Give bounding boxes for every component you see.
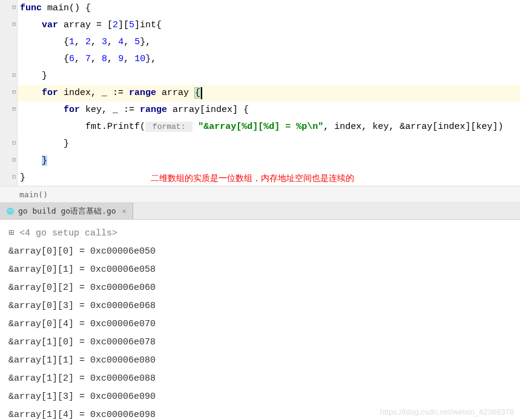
- code-line: func main() {: [18, 0, 520, 17]
- svg-point-3: [9, 210, 10, 211]
- close-icon[interactable]: ×: [122, 207, 127, 215]
- fold-icon[interactable]: ⊟: [11, 4, 17, 10]
- svg-point-4: [12, 210, 12, 211]
- console-line: &array[0][0] = 0xc00006e050: [8, 243, 520, 261]
- console-line: ⊞ <4 go setup calls>: [8, 225, 520, 243]
- fold-icon[interactable]: ⊡: [11, 72, 17, 78]
- code-line: }: [18, 153, 520, 169]
- code-editor[interactable]: ⊟ ⊟ ⊡ ⊟ ⊟ ⊡ ⊡ ⊡ func main() { var array …: [0, 0, 520, 186]
- fold-icon[interactable]: ⊟: [11, 89, 17, 95]
- code-line: }: [18, 68, 520, 85]
- run-tab-label: go build go语言基础.go: [18, 206, 116, 217]
- text-cursor: [201, 87, 202, 99]
- fold-icon[interactable]: ⊟: [11, 21, 17, 27]
- console-line: &array[1][0] = 0xc00006e078: [8, 333, 520, 352]
- console-line: &array[0][1] = 0xc00006e058: [8, 261, 520, 279]
- console-line: &array[1][1] = 0xc00006e080: [8, 352, 520, 370]
- console-line: &array[1][2] = 0xc00006e088: [8, 370, 520, 388]
- code-line: {1, 2, 3, 4, 5},: [18, 34, 520, 51]
- parameter-hint: format:: [145, 122, 193, 132]
- fold-icon[interactable]: ⊡: [11, 157, 17, 163]
- code-line: var array = [2][5]int{: [18, 17, 520, 34]
- fold-icon[interactable]: ⊡: [11, 140, 17, 146]
- code-line: for key, _ := range array[index] {: [18, 102, 520, 119]
- run-tab-bar: go build go语言基础.go ×: [0, 203, 520, 220]
- code-line: {6, 7, 8, 9, 10},: [18, 51, 520, 68]
- watermark: https://blog.csdn.net/weixin_42366378: [380, 407, 514, 416]
- console-line: &array[0][4] = 0xc00006e070: [8, 315, 520, 333]
- console-line: &array[0][2] = 0xc00006e060: [8, 279, 520, 297]
- go-icon: [6, 207, 15, 215]
- code-line: }: [18, 169, 520, 186]
- svg-point-0: [7, 208, 14, 215]
- console-line: &array[0][3] = 0xc00006e068: [8, 297, 520, 315]
- editor-gutter: ⊟ ⊟ ⊡ ⊟ ⊟ ⊡ ⊡ ⊡: [0, 0, 18, 186]
- code-line: fmt.Printf( format: "&array[%d][%d] = %p…: [18, 119, 520, 136]
- breadcrumb[interactable]: main(): [0, 186, 520, 203]
- code-line: }: [18, 136, 520, 153]
- code-line-active: for index, _ := range array {: [18, 85, 520, 102]
- console-output[interactable]: ⊞ <4 go setup calls> &array[0][0] = 0xc0…: [0, 220, 520, 420]
- run-tab-item[interactable]: go build go语言基础.go ×: [0, 203, 133, 219]
- fold-icon[interactable]: ⊟: [11, 106, 17, 112]
- breadcrumb-item[interactable]: main(): [19, 190, 48, 199]
- code-content[interactable]: func main() { var array = [2][5]int{ {1,…: [18, 0, 520, 186]
- console-line: &array[1][3] = 0xc00006e090: [8, 388, 520, 406]
- fold-icon[interactable]: ⊡: [11, 174, 17, 180]
